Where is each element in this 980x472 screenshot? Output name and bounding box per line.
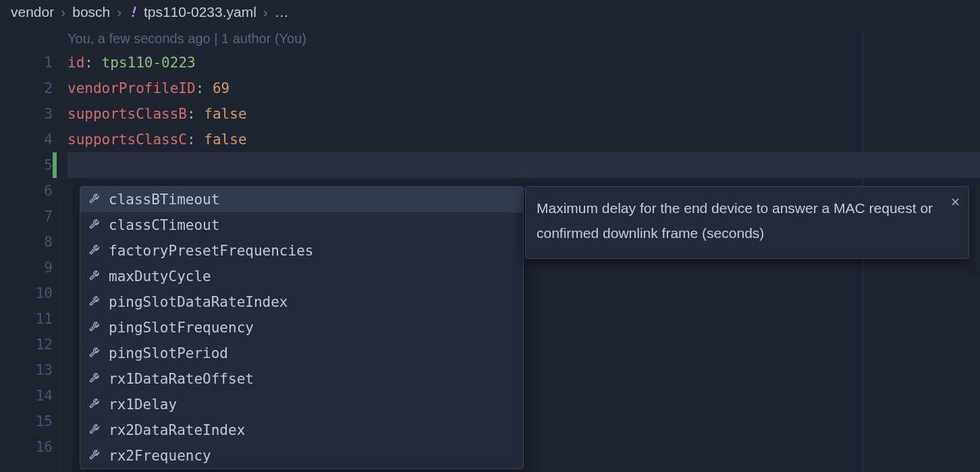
line-number-gutter: 1 2 3 4 5 6 7 8 9 10 11 12 13 14 15 16 xyxy=(0,27,67,460)
wrench-icon xyxy=(88,366,101,392)
wrench-icon xyxy=(88,443,101,469)
suggest-label: classBTimeout xyxy=(109,187,219,212)
code-line[interactable]: vendorProfileID: 69 xyxy=(67,76,980,101)
yaml-key: id xyxy=(67,55,84,71)
wrench-icon xyxy=(88,238,101,264)
line-number: 15 xyxy=(0,409,53,434)
suggest-label: pingSlotDataRateIndex xyxy=(109,289,288,315)
chevron-icon: › xyxy=(61,4,65,20)
breadcrumb-seg-vendor[interactable]: vendor xyxy=(11,4,54,20)
code-line[interactable]: id: tps110-0223 xyxy=(67,50,980,76)
yaml-value: false xyxy=(204,106,246,122)
breadcrumb-seg-bosch[interactable]: bosch xyxy=(72,4,110,20)
doc-text: Maximum delay for the end device to answ… xyxy=(537,200,933,241)
yaml-file-icon: ! xyxy=(128,4,137,20)
suggest-label: pingSlotPeriod xyxy=(109,341,228,366)
blame-annotation: You, a few seconds ago | 1 author (You) xyxy=(67,27,980,50)
wrench-icon xyxy=(88,392,101,417)
suggest-label: classCTimeout xyxy=(109,212,219,238)
wrench-icon xyxy=(88,417,101,443)
wrench-icon xyxy=(88,315,101,341)
line-number: 6 xyxy=(0,178,53,204)
suggest-widget[interactable]: classBTimeout classCTimeout factoryPrese… xyxy=(80,186,524,469)
wrench-icon xyxy=(88,187,101,212)
line-number: 14 xyxy=(0,383,53,409)
code-line[interactable]: supportsClassB: false xyxy=(67,101,980,127)
yaml-value: 69 xyxy=(213,80,229,96)
yaml-key: vendorProfileID xyxy=(67,80,196,96)
chevron-icon: › xyxy=(263,4,268,20)
suggest-item[interactable]: rx1Delay xyxy=(80,392,523,417)
suggest-item[interactable]: classBTimeout xyxy=(80,187,523,212)
wrench-icon xyxy=(88,264,101,289)
suggest-label: rx1DataRateOffset xyxy=(109,366,254,392)
yaml-key: supportsClassB xyxy=(67,106,187,122)
suggest-label: pingSlotFrequency xyxy=(109,315,254,341)
yaml-key: supportsClassC xyxy=(67,131,187,148)
breadcrumb: vendor › bosch › ! tps110-0233.yaml › … xyxy=(0,0,980,27)
breadcrumb-more[interactable]: … xyxy=(275,4,289,20)
line-number: 13 xyxy=(0,357,53,383)
suggest-item[interactable]: pingSlotPeriod xyxy=(80,341,523,366)
suggest-item[interactable]: classCTimeout xyxy=(80,212,523,238)
suggest-label: factoryPresetFrequencies xyxy=(109,238,313,264)
close-icon[interactable]: ✕ xyxy=(950,192,960,214)
suggest-label: rx2Frequency xyxy=(109,443,211,469)
modified-gutter-marker xyxy=(53,152,57,178)
chevron-icon: › xyxy=(117,4,121,20)
suggest-item[interactable]: rx2Frequency xyxy=(80,443,523,469)
wrench-icon xyxy=(88,289,101,315)
line-number: 5 xyxy=(0,152,53,178)
suggest-doc-tooltip: ✕ Maximum delay for the end device to an… xyxy=(525,186,969,259)
line-number: 9 xyxy=(0,255,53,281)
yaml-value: tps110-0223 xyxy=(102,55,196,71)
line-number: 16 xyxy=(0,434,53,460)
suggest-item[interactable]: factoryPresetFrequencies xyxy=(80,238,523,264)
wrench-icon xyxy=(88,341,101,366)
suggest-item[interactable]: pingSlotDataRateIndex xyxy=(80,289,523,315)
suggest-label: rx2DataRateIndex xyxy=(109,417,245,443)
yaml-value: false xyxy=(204,131,246,148)
line-number: 4 xyxy=(0,127,53,152)
suggest-item[interactable]: rx2DataRateIndex xyxy=(80,417,523,443)
code-line[interactable]: supportsClassC: false xyxy=(67,127,980,152)
line-number: 2 xyxy=(0,76,53,101)
line-number: 7 xyxy=(0,204,53,229)
line-number: 12 xyxy=(0,332,53,357)
breadcrumb-file[interactable]: tps110-0233.yaml xyxy=(144,4,256,20)
line-number: 11 xyxy=(0,306,53,332)
suggest-label: maxDutyCycle xyxy=(109,264,211,289)
line-number: 1 xyxy=(0,50,53,76)
suggest-label: rx1Delay xyxy=(109,392,177,417)
suggest-item[interactable]: maxDutyCycle xyxy=(80,264,523,289)
wrench-icon xyxy=(88,212,101,238)
line-number: 8 xyxy=(0,229,53,255)
line-number: 3 xyxy=(0,101,53,127)
suggest-item[interactable]: rx1DataRateOffset xyxy=(80,366,523,392)
line-number: 10 xyxy=(0,281,53,306)
suggest-item[interactable]: pingSlotFrequency xyxy=(80,315,523,341)
code-line-current[interactable]: You, a few seconds ago • Uncommitted cha… xyxy=(67,152,980,178)
